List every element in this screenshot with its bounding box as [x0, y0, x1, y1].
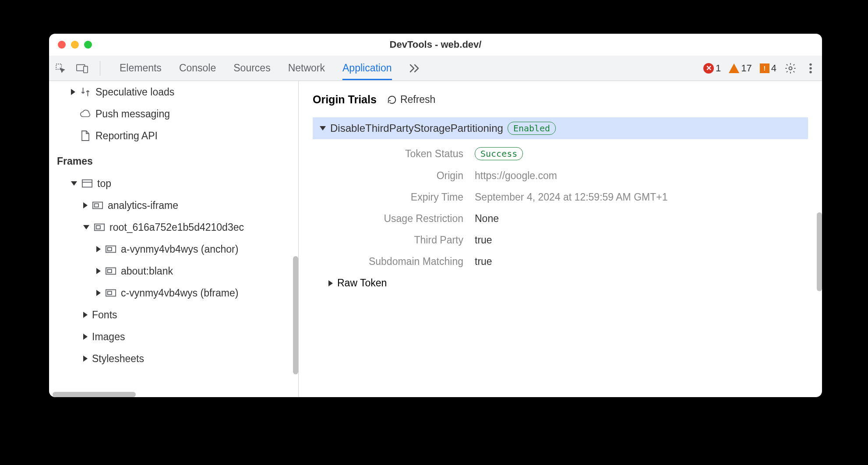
origin-trials-panel: Origin Trials Refresh DisableThirdPartyS… — [299, 81, 822, 397]
iframe-icon — [105, 287, 116, 299]
more-tabs-icon[interactable] — [409, 62, 422, 74]
error-icon: ✕ — [703, 63, 714, 74]
svg-point-3 — [789, 67, 792, 70]
tab-network[interactable]: Network — [288, 56, 325, 80]
chevron-right-icon — [96, 246, 101, 252]
svg-point-6 — [809, 70, 812, 73]
main-vscroll-thumb[interactable] — [817, 212, 822, 291]
document-icon — [80, 130, 91, 141]
chevron-down-icon — [71, 181, 77, 186]
chevron-down-icon — [320, 126, 326, 130]
chevron-right-icon — [71, 89, 75, 95]
svg-rect-16 — [108, 269, 112, 272]
tab-elements[interactable]: Elements — [120, 56, 162, 80]
errors-count[interactable]: ✕ 1 — [703, 63, 721, 74]
third-party-value: true — [475, 234, 492, 246]
expiry-label: Expiry Time — [313, 191, 475, 203]
sidebar-item-label: Push messaging — [95, 108, 170, 120]
sidebar-item-push-messaging[interactable]: Push messaging — [49, 103, 298, 125]
sidebar-hscroll-thumb[interactable] — [53, 392, 136, 397]
raw-token-label: Raw Token — [337, 277, 387, 289]
svg-rect-14 — [108, 247, 112, 250]
frame-label: about:blank — [121, 265, 173, 277]
trial-name: DisableThirdPartyStoragePartitioning — [330, 122, 503, 134]
flag-icon: ! — [760, 63, 769, 73]
device-toggle-icon[interactable] — [76, 62, 88, 74]
sidebar-item-stylesheets[interactable]: Stylesheets — [49, 348, 298, 370]
frame-top[interactable]: top — [49, 173, 298, 194]
trial-header[interactable]: DisableThirdPartyStoragePartitioning Ena… — [313, 117, 808, 139]
chevron-down-icon — [83, 225, 89, 229]
chevron-right-icon — [83, 202, 88, 208]
row-token-status: Token Status Success — [313, 147, 808, 160]
sidebar-item-label: Reporting API — [95, 130, 158, 142]
toolbar: Elements Console Sources Network Applica… — [49, 56, 822, 81]
svg-rect-10 — [95, 204, 99, 207]
minimize-window-button[interactable] — [71, 41, 79, 49]
chevron-right-icon — [83, 356, 88, 362]
iframe-icon — [105, 265, 116, 277]
token-status-value: Success — [475, 147, 523, 160]
panel-header: Origin Trials Refresh — [313, 93, 808, 106]
sidebar-item-reporting-api[interactable]: Reporting API — [49, 125, 298, 147]
subdomain-value: true — [475, 256, 492, 268]
warnings-count[interactable]: 17 — [729, 63, 752, 74]
svg-rect-2 — [84, 66, 88, 73]
row-third-party: Third Party true — [313, 234, 808, 246]
close-window-button[interactable] — [58, 41, 66, 49]
frame-label: analytics-iframe — [108, 200, 178, 211]
row-usage: Usage Restriction None — [313, 213, 808, 225]
sidebar-item-fonts[interactable]: Fonts — [49, 304, 298, 326]
toolbar-separator — [100, 61, 100, 76]
third-party-label: Third Party — [313, 234, 475, 246]
sidebar-item-label: Speculative loads — [95, 86, 174, 98]
traffic-lights — [58, 41, 92, 49]
sidebar-item-label: Images — [92, 331, 125, 343]
frame-root[interactable]: root_616a752e1b5d4210d3ec — [49, 216, 298, 238]
settings-icon[interactable] — [784, 62, 797, 74]
frame-child-c[interactable]: c-vynmy4vb4wys (bframe) — [49, 282, 298, 304]
row-origin: Origin https://google.com — [313, 170, 808, 182]
raw-token-toggle[interactable]: Raw Token — [328, 277, 808, 289]
usage-value: None — [475, 213, 499, 225]
frame-child-a[interactable]: a-vynmy4vb4wys (anchor) — [49, 238, 298, 260]
frames-section-heading: Frames — [49, 147, 298, 173]
frame-label: a-vynmy4vb4wys (anchor) — [121, 243, 238, 255]
cloud-icon — [80, 108, 91, 120]
refresh-icon — [387, 95, 397, 105]
refresh-button[interactable]: Refresh — [387, 94, 436, 106]
issues-count[interactable]: ! 4 — [760, 63, 776, 74]
frame-analytics-iframe[interactable]: analytics-iframe — [49, 194, 298, 216]
frame-label: c-vynmy4vb4wys (bframe) — [121, 287, 238, 299]
tab-application[interactable]: Application — [342, 56, 392, 80]
window-title: DevTools - web.dev/ — [49, 39, 822, 50]
svg-rect-18 — [108, 291, 112, 294]
subdomain-label: Subdomain Matching — [313, 256, 475, 268]
sidebar-item-images[interactable]: Images — [49, 326, 298, 348]
origin-value: https://google.com — [475, 170, 557, 182]
tab-sources[interactable]: Sources — [233, 56, 270, 80]
body-area: Speculative loads Push messaging Reporti… — [49, 81, 822, 397]
iframe-icon — [94, 222, 105, 233]
frame-label: top — [97, 178, 111, 190]
trial-status-badge: Enabled — [508, 122, 556, 135]
inspect-element-icon[interactable] — [54, 62, 67, 74]
frame-child-b[interactable]: about:blank — [49, 260, 298, 282]
maximize-window-button[interactable] — [84, 41, 92, 49]
kebab-menu-icon[interactable] — [804, 62, 817, 74]
sidebar-vscroll-thumb[interactable] — [293, 256, 298, 374]
speculative-loads-icon — [80, 86, 91, 98]
warning-icon — [729, 63, 739, 73]
row-expiry: Expiry Time September 4, 2024 at 12:59:5… — [313, 191, 808, 203]
titlebar: DevTools - web.dev/ — [49, 34, 822, 56]
chevron-right-icon — [83, 312, 88, 318]
origin-label: Origin — [313, 170, 475, 182]
warnings-value: 17 — [741, 63, 752, 74]
tab-console[interactable]: Console — [179, 56, 216, 80]
iframe-icon — [92, 200, 103, 211]
sidebar-item-speculative-loads[interactable]: Speculative loads — [49, 81, 298, 103]
sidebar-item-label: Fonts — [92, 309, 117, 321]
application-sidebar[interactable]: Speculative loads Push messaging Reporti… — [49, 81, 299, 397]
svg-point-4 — [809, 63, 812, 65]
frame-label: root_616a752e1b5d4210d3ec — [109, 222, 244, 233]
